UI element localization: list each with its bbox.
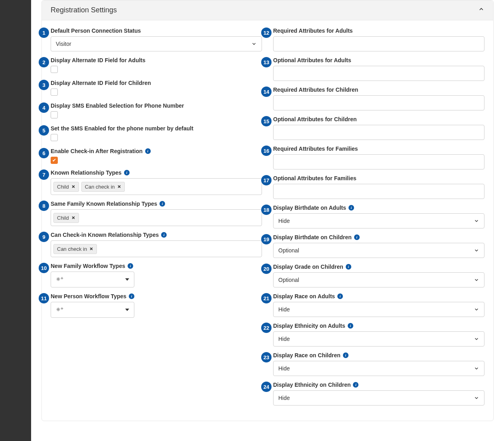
field-label: New Person Workflow Types xyxy=(51,293,126,299)
can-check-in-known-relationship-types-tag-input[interactable]: Can check in xyxy=(51,240,262,257)
chevron-down-icon xyxy=(474,366,479,371)
field-label: Optional Attributes for Adults xyxy=(273,57,351,63)
field-label: Set the SMS Enabled for the phone number… xyxy=(51,125,193,132)
field-label: Optional Attributes for Children xyxy=(273,116,356,122)
caret-down-icon xyxy=(125,309,129,311)
new-person-workflow-types-picker[interactable] xyxy=(51,302,134,318)
select-value: Optional xyxy=(278,277,299,283)
field-label: Required Attributes for Adults xyxy=(273,28,353,34)
known-relationship-types-tag-input[interactable]: ChildCan check in xyxy=(51,178,262,195)
info-icon[interactable]: i xyxy=(145,148,151,154)
gear-icon xyxy=(56,306,65,314)
svg-line-27 xyxy=(57,308,57,308)
tag-can-check-in[interactable]: Can check in xyxy=(81,182,125,192)
enable-check-in-after-registration-checkbox[interactable]: ✔ xyxy=(51,157,58,164)
display-ethnicity-on-children-select[interactable]: Hide xyxy=(273,390,484,406)
optional-attributes-for-adults-input[interactable] xyxy=(273,66,484,81)
callout-badge-20: 20 xyxy=(261,264,272,274)
form-group-optional-attributes-for-families: 17Optional Attributes for Families xyxy=(273,175,484,199)
label-row: Display Birthdate on Children i xyxy=(273,234,484,240)
required-attributes-for-families-input[interactable] xyxy=(273,154,484,169)
chevron-down-icon xyxy=(474,307,479,312)
form-group-optional-attributes-for-children: 15Optional Attributes for Children xyxy=(273,116,484,140)
info-icon[interactable]: i xyxy=(348,323,353,329)
close-icon[interactable] xyxy=(71,184,75,190)
callout-badge-3: 3 xyxy=(39,80,49,90)
label-row: Optional Attributes for Families xyxy=(273,175,484,181)
label-row: Display Alternate ID Field for Adults xyxy=(51,57,262,63)
tag-can-check-in[interactable]: Can check in xyxy=(53,244,97,254)
chevron-down-icon xyxy=(474,277,479,283)
callout-badge-6: 6 xyxy=(39,148,49,158)
close-icon[interactable] xyxy=(89,246,93,252)
panel-title: Registration Settings xyxy=(51,6,117,14)
panel-header[interactable]: Registration Settings xyxy=(42,0,493,20)
field-label: Display Race on Children xyxy=(273,352,341,358)
info-icon[interactable]: i xyxy=(343,352,348,358)
display-birthdate-on-children-select[interactable]: Optional xyxy=(273,243,484,258)
new-family-workflow-types-picker[interactable] xyxy=(51,272,134,287)
info-icon[interactable]: i xyxy=(124,170,130,175)
field-label: Display Birthdate on Children xyxy=(273,234,352,240)
close-icon[interactable] xyxy=(71,215,75,221)
display-alternate-id-field-for-adults-checkbox[interactable] xyxy=(51,66,58,73)
callout-badge-21: 21 xyxy=(261,293,272,303)
chevron-down-icon xyxy=(474,336,479,342)
tag-child[interactable]: Child xyxy=(53,213,79,223)
tag-child[interactable]: Child xyxy=(53,182,79,192)
optional-attributes-for-children-input[interactable] xyxy=(273,125,484,140)
info-icon[interactable]: i xyxy=(353,382,358,388)
info-icon[interactable]: i xyxy=(348,205,354,211)
field-label: Display Birthdate on Adults xyxy=(273,205,346,211)
default-person-connection-status-select[interactable]: Visitor xyxy=(51,36,262,51)
form-group-display-race-on-adults: 21Display Race on Adults iHide xyxy=(273,293,484,317)
right-column: 12Required Attributes for Adults13Option… xyxy=(273,28,484,411)
label-row: Display Grade on Children i xyxy=(273,264,484,270)
tag-label: Child xyxy=(57,215,69,221)
content-area: Registration Settings 1Default Person Co… xyxy=(31,0,504,441)
form-group-display-race-on-children: 23Display Race on Children iHide xyxy=(273,352,484,376)
display-sms-enabled-selection-for-phone-number-checkbox[interactable] xyxy=(51,111,58,118)
callout-badge-5: 5 xyxy=(39,125,49,136)
select-value: Optional xyxy=(278,247,299,254)
required-attributes-for-adults-input[interactable] xyxy=(273,36,484,51)
callout-badge-11: 11 xyxy=(39,293,49,303)
info-icon[interactable]: i xyxy=(337,293,343,299)
form-group-same-family-known-relationship-types: 8Same Family Known Relationship Types iC… xyxy=(51,201,262,226)
label-row: Enable Check-in After Registration i xyxy=(51,148,262,154)
info-icon[interactable]: i xyxy=(128,263,133,269)
info-icon[interactable]: i xyxy=(354,234,360,240)
chevron-down-icon xyxy=(474,248,479,253)
info-icon[interactable]: i xyxy=(346,264,351,270)
callout-badge-9: 9 xyxy=(39,232,49,242)
label-row: New Person Workflow Types i xyxy=(51,293,262,299)
select-value: Visitor xyxy=(56,41,71,47)
display-birthdate-on-adults-select[interactable]: Hide xyxy=(273,213,484,228)
close-icon[interactable] xyxy=(117,184,121,190)
required-attributes-for-children-input[interactable] xyxy=(273,95,484,110)
info-icon[interactable]: i xyxy=(129,293,134,299)
display-alternate-id-field-for-children-checkbox[interactable] xyxy=(51,89,58,96)
field-label: Same Family Known Relationship Types xyxy=(51,201,157,207)
callout-badge-7: 7 xyxy=(39,169,49,180)
info-icon[interactable]: i xyxy=(159,201,165,207)
svg-line-30 xyxy=(59,308,59,308)
callout-badge-1: 1 xyxy=(39,28,49,38)
svg-line-13 xyxy=(57,278,57,278)
set-the-sms-enabled-for-the-phone-number-by-default-checkbox[interactable] xyxy=(51,134,58,141)
form-group-display-sms-enabled-selection-for-phone-number: 4Display SMS Enabled Selection for Phone… xyxy=(51,102,262,120)
label-row: Known Relationship Types i xyxy=(51,169,262,176)
display-race-on-children-select[interactable]: Hide xyxy=(273,361,484,376)
optional-attributes-for-families-input[interactable] xyxy=(273,184,484,199)
callout-badge-10: 10 xyxy=(39,263,49,273)
info-icon[interactable]: i xyxy=(161,232,167,238)
callout-badge-23: 23 xyxy=(261,352,272,362)
display-ethnicity-on-adults-select[interactable]: Hide xyxy=(273,331,484,346)
display-race-on-adults-select[interactable]: Hide xyxy=(273,302,484,317)
panel-body: 1Default Person Connection StatusVisitor… xyxy=(42,20,493,421)
form-group-required-attributes-for-families: 16Required Attributes for Families xyxy=(273,146,484,169)
same-family-known-relationship-types-tag-input[interactable]: Child xyxy=(51,209,262,226)
display-grade-on-children-select[interactable]: Optional xyxy=(273,272,484,287)
svg-point-31 xyxy=(61,308,62,309)
svg-point-8 xyxy=(57,278,59,280)
